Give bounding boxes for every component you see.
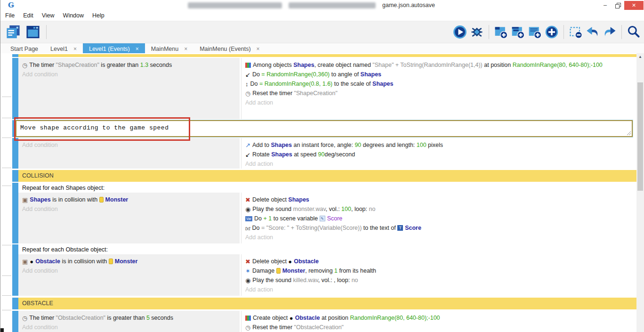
scrollbar-thumb[interactable] [637,82,643,191]
action-line[interactable]: ↗Add to Shapes an instant force, angle: … [242,140,610,150]
undo-icon[interactable] [586,25,600,39]
menu-item-file[interactable]: File [0,12,19,19]
action-line[interactable]: ✖Delete object Shapes [242,195,610,204]
restore-button[interactable] [612,1,624,10]
text-segment: 1.3 [140,62,148,68]
close-button[interactable]: ✕ [624,1,644,10]
condition-line[interactable]: ▣Shapes is in collision with Monster [18,195,240,204]
text-segment: is greater than [105,315,146,321]
condition-line[interactable]: ▣●Obstacle is in collision with Monster [18,257,240,266]
add-event-icon[interactable] [494,25,508,39]
add-condition-link[interactable]: Add condition [18,70,240,79]
text-segment: Score [405,225,421,231]
add-action-link[interactable]: Add action [242,98,636,107]
text-segment: is greater than [99,62,140,68]
add-condition-link[interactable]: Add condition [18,140,240,150]
event-selector-bar[interactable] [12,170,18,182]
actions-column: Create object ●Obstacle at position Rand… [241,311,636,332]
text-segment: 100 [417,142,427,148]
tab-close-icon[interactable]: × [184,46,187,52]
remove-event-icon[interactable] [569,25,583,39]
action-line[interactable]: ↙Rotate Shapes at speed 90deg/second [242,150,610,159]
tab-close-icon[interactable]: × [257,46,260,52]
text-segment: , removing [305,267,334,274]
action-line[interactable]: ✶Damage Monster, removing 1 from its hea… [242,266,610,275]
event-selector-bar[interactable] [12,298,18,309]
condition-line[interactable]: ◷The timer "ObstacleCreation" is greater… [18,313,240,323]
action-line[interactable]: VarDo + 1 to scene variable ✎Score [242,214,610,223]
text-segment: Create object [253,315,290,321]
event-selector-bar[interactable] [12,183,18,243]
text-segment: The timer [29,315,56,321]
tab-close-icon[interactable]: × [73,46,77,52]
add-condition-link[interactable]: Add condition [18,266,240,275]
minimize-button[interactable]: – [599,1,612,10]
tab-label: MainMenu [151,46,178,52]
action-line[interactable]: Create object ●Obstacle at position Rand… [242,313,610,323]
add-action-link[interactable]: Add action [242,233,636,242]
event-selector-bar[interactable] [12,138,18,169]
action-line[interactable]: ↕Do = RandomInRange(0.8, 1.6) to the sca… [242,79,610,89]
event-selector-bar[interactable] [12,54,18,57]
text-segment: Among objects [253,62,293,68]
section-header-label[interactable]: COLLISION [18,170,636,182]
menu-item-edit[interactable]: Edit [19,12,38,19]
tab-level1[interactable]: Level1× [44,43,83,54]
debug-icon[interactable] [470,25,484,39]
text-segment: "ObstacleCreation" [56,315,105,321]
add-other-event-icon[interactable] [545,25,559,39]
action-line[interactable]: ◉Play the sound monster.wav, vol.: 100, … [242,204,610,214]
action-line[interactable]: ✖Delete object ●Obstacle [242,257,610,266]
timer-icon: ◷ [245,90,250,97]
add-condition-link[interactable]: Add condition [18,323,240,332]
search-icon[interactable] [627,25,641,39]
event-selector-bar[interactable] [12,311,18,332]
text-segment: Reset the timer [252,324,294,331]
text-segment: 5 [146,315,150,321]
text-segment: Shapes [361,71,381,78]
menu-item-help[interactable]: Help [88,12,109,19]
gutter-tick [2,118,11,118]
menu-item-view[interactable]: View [38,12,59,19]
tab-mainmenu-events-[interactable]: MainMenu (Events)× [193,43,266,54]
event-repeat-header[interactable]: Repeat for each Shapes object: [18,183,636,193]
event-selector-bar[interactable] [12,244,18,296]
action-line[interactable]: ◷Reset the timer "ObstacleCreation" [242,323,610,332]
section-header-label[interactable]: OBSTACLE [18,298,636,309]
event-selector-bar[interactable] [12,58,18,119]
window-title-text: game.json.autosave [382,2,435,8]
section-strip [18,54,636,57]
tab-mainmenu[interactable]: MainMenu× [145,43,193,54]
tab-close-icon[interactable]: × [136,46,139,52]
add-action-link[interactable]: Add action [242,159,636,169]
comment-edit-textarea[interactable]: Move shape according to the game speed [16,120,633,137]
text-segment: to scene variable [272,215,319,222]
text-segment: at position [320,315,350,321]
add-action-link[interactable]: Add action [242,285,636,294]
resize-handle-icon[interactable] [626,130,631,135]
add-comment-icon[interactable] [528,25,542,39]
scroll-up-icon[interactable]: ▲ [636,53,644,60]
text-segment: Shapes [271,151,292,158]
scene-editor-icon[interactable] [24,24,41,40]
text-segment: at speed [292,151,318,158]
action-line[interactable]: ◉Play the sound killed.wav, vol.: , loop… [242,275,610,285]
event-repeat-header[interactable]: Repeat for each Obstacle object: [18,244,636,254]
conditions-column: ◷The timer "ShapeCreation" is greater th… [18,58,240,119]
vertical-scrollbar[interactable]: ▲ [636,53,644,332]
add-condition-link[interactable]: Add condition [18,204,240,214]
redo-icon[interactable] [603,25,617,39]
condition-line[interactable]: ◷The timer "ShapeCreation" is greater th… [18,60,240,70]
menu-item-window[interactable]: Window [59,12,88,19]
project-manager-icon[interactable] [5,24,22,40]
add-subevent-icon[interactable] [511,25,525,39]
action-line[interactable]: ↙Do = RandomInRange(0,360) to angle of S… [242,70,610,79]
action-line[interactable]: Among objects Shapes, create object name… [242,60,610,70]
action-line[interactable]: txtDo = "Score: " + ToString(Variable(Sc… [242,223,610,233]
tab-level1-events-[interactable]: Level1 (Events)× [83,43,145,54]
text-segment: at position [483,62,513,68]
text-segment: to the scale of [332,81,372,87]
preview-play-icon[interactable] [453,25,467,39]
tab-start-page[interactable]: Start Page [4,43,44,54]
action-line[interactable]: ◷Reset the timer "ShapeCreation" [242,89,610,98]
